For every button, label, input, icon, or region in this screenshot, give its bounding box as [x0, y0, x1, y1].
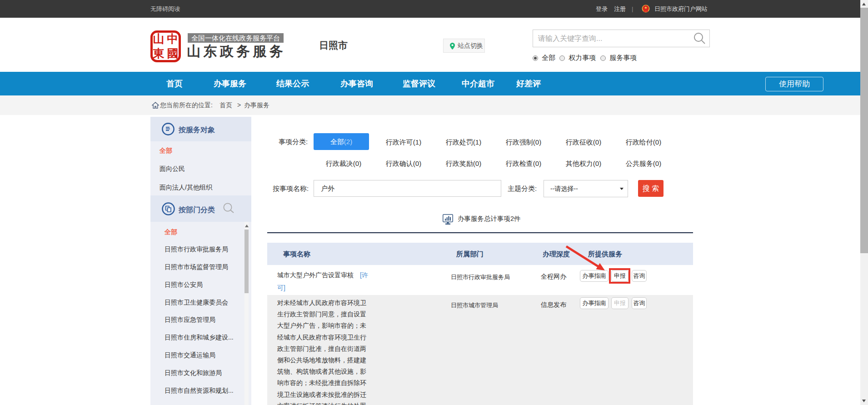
svg-text:東: 東 — [153, 47, 165, 60]
svg-text:國: 國 — [167, 47, 179, 60]
svg-text:山: 山 — [153, 32, 165, 45]
svg-text:中: 中 — [167, 32, 179, 45]
